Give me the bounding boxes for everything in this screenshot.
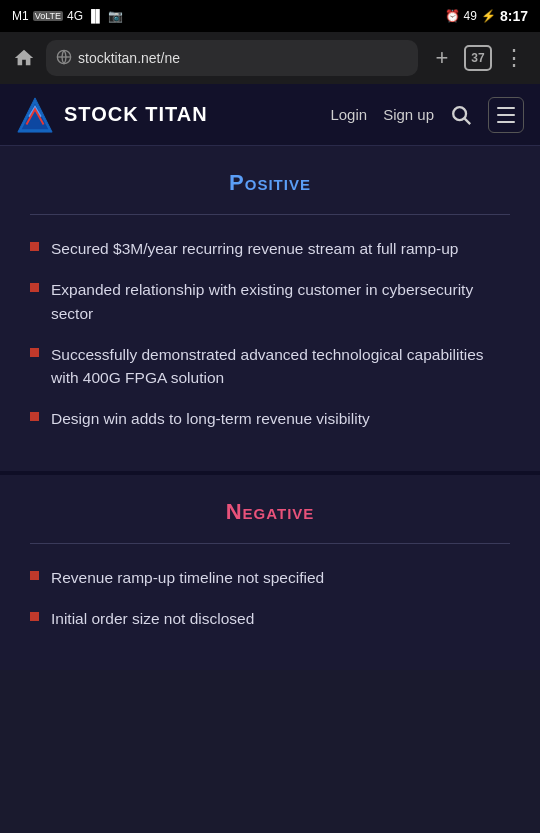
add-tab-button[interactable]: + bbox=[426, 42, 458, 74]
bullet-icon bbox=[30, 412, 39, 421]
negative-bullet-list: Revenue ramp-up timeline not specified I… bbox=[30, 566, 510, 631]
list-item: Revenue ramp-up timeline not specified bbox=[30, 566, 510, 589]
bullet-icon bbox=[30, 571, 39, 580]
positive-bullet-list: Secured $3M/year recurring revenue strea… bbox=[30, 237, 510, 431]
address-bar[interactable]: stocktitan.net/ne bbox=[46, 40, 418, 76]
instagram-icon: 📷 bbox=[108, 9, 123, 23]
navbar: STOCK TITAN Login Sign up bbox=[0, 84, 540, 146]
list-item: Expanded relationship with existing cust… bbox=[30, 278, 510, 325]
status-right: ⏰ 49 ⚡ 8:17 bbox=[445, 8, 528, 24]
home-button[interactable] bbox=[10, 44, 38, 72]
clock-time: 8:17 bbox=[500, 8, 528, 24]
main-content: Positive Secured $3M/year recurring reve… bbox=[0, 146, 540, 670]
logo-text: STOCK TITAN bbox=[64, 103, 208, 126]
signal-bars-icon: ▐▌ bbox=[87, 9, 104, 23]
browser-chrome: stocktitan.net/ne + 37 ⋮ bbox=[0, 32, 540, 84]
alarm-icon: ⏰ bbox=[445, 9, 460, 23]
bullet-icon bbox=[30, 348, 39, 357]
svg-line-5 bbox=[465, 118, 471, 124]
hamburger-button[interactable] bbox=[488, 97, 524, 133]
carrier-text: M1 bbox=[12, 9, 29, 23]
negative-title: Negative bbox=[30, 499, 510, 525]
bullet-icon bbox=[30, 242, 39, 251]
list-item: Design win adds to long-term revenue vis… bbox=[30, 407, 510, 430]
status-bar: M1 VoLTE 4G ▐▌ 📷 ⏰ 49 ⚡ 8:17 bbox=[0, 0, 540, 32]
signup-link[interactable]: Sign up bbox=[383, 106, 434, 123]
logo-icon bbox=[16, 96, 54, 134]
tabs-count-button[interactable]: 37 bbox=[464, 45, 492, 71]
negative-section: Negative Revenue ramp-up timeline not sp… bbox=[0, 475, 540, 671]
nav-links: Login Sign up bbox=[330, 97, 524, 133]
positive-item-4: Design win adds to long-term revenue vis… bbox=[51, 407, 370, 430]
volte-badge: VoLTE bbox=[33, 11, 63, 21]
browser-actions: + 37 ⋮ bbox=[426, 42, 530, 74]
negative-divider bbox=[30, 543, 510, 544]
list-item: Initial order size not disclosed bbox=[30, 607, 510, 630]
positive-item-2: Expanded relationship with existing cust… bbox=[51, 278, 510, 325]
positive-item-1: Secured $3M/year recurring revenue strea… bbox=[51, 237, 459, 260]
url-text: stocktitan.net/ne bbox=[78, 50, 180, 66]
list-item: Successfully demonstrated advanced techn… bbox=[30, 343, 510, 390]
signal-text: 4G bbox=[67, 9, 83, 23]
positive-section: Positive Secured $3M/year recurring reve… bbox=[0, 146, 540, 475]
hamburger-line-3 bbox=[497, 121, 515, 123]
svg-point-4 bbox=[453, 107, 466, 120]
positive-title: Positive bbox=[30, 170, 510, 196]
login-link[interactable]: Login bbox=[330, 106, 367, 123]
hamburger-line-2 bbox=[497, 114, 515, 116]
negative-item-1: Revenue ramp-up timeline not specified bbox=[51, 566, 324, 589]
status-left: M1 VoLTE 4G ▐▌ 📷 bbox=[12, 9, 123, 23]
search-button[interactable] bbox=[450, 104, 472, 126]
battery-text: 49 bbox=[464, 9, 477, 23]
positive-item-3: Successfully demonstrated advanced techn… bbox=[51, 343, 510, 390]
bullet-icon bbox=[30, 283, 39, 292]
logo-container: STOCK TITAN bbox=[16, 96, 330, 134]
tabs-count-label: 37 bbox=[471, 51, 484, 65]
more-options-button[interactable]: ⋮ bbox=[498, 42, 530, 74]
charging-icon: ⚡ bbox=[481, 9, 496, 23]
bullet-icon bbox=[30, 612, 39, 621]
site-icon bbox=[56, 49, 72, 68]
list-item: Secured $3M/year recurring revenue strea… bbox=[30, 237, 510, 260]
negative-item-2: Initial order size not disclosed bbox=[51, 607, 254, 630]
hamburger-line-1 bbox=[497, 107, 515, 109]
positive-divider bbox=[30, 214, 510, 215]
